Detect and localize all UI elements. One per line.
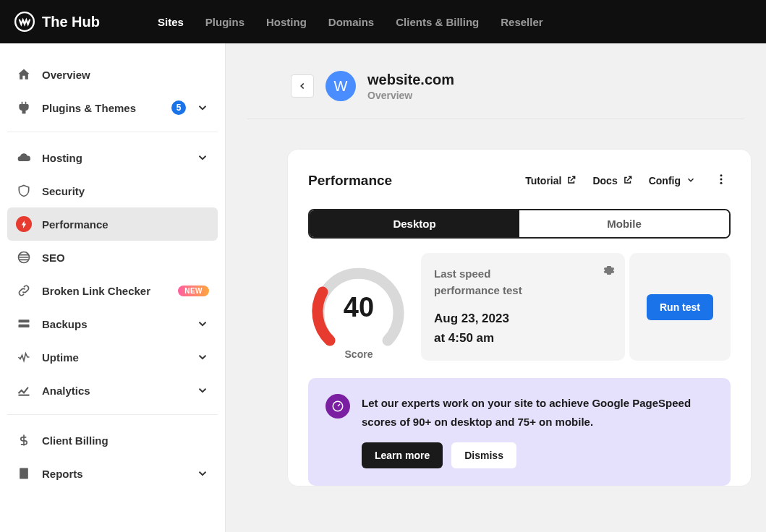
- brand-text: The Hub: [42, 14, 100, 30]
- svg-point-7: [720, 182, 723, 184]
- sidebar-item-security[interactable]: Security: [7, 174, 218, 207]
- topnav-clients-billing[interactable]: Clients & Billing: [396, 16, 479, 28]
- cloud-icon: [16, 150, 32, 166]
- sidebar-item-seo[interactable]: SEO: [7, 241, 218, 274]
- last-test-label: Last speed performance test: [434, 266, 550, 299]
- sidebar-label: Analytics: [42, 385, 186, 397]
- plugins-count-badge: 5: [171, 100, 186, 115]
- learn-more-button[interactable]: Learn more: [362, 442, 443, 468]
- dismiss-button[interactable]: Dismiss: [451, 442, 516, 468]
- sidebar-label: Performance: [42, 218, 209, 231]
- config-dropdown[interactable]: Config: [649, 175, 696, 187]
- docs-link[interactable]: Docs: [592, 175, 632, 187]
- topnav-domains[interactable]: Domains: [328, 16, 374, 28]
- chevron-down-icon: [196, 151, 209, 164]
- sidebar-label: Overview: [42, 69, 209, 81]
- svg-point-5: [720, 174, 723, 176]
- device-tabs: Desktop Mobile: [308, 209, 731, 239]
- promo-text: Let our experts work on your site to ach…: [362, 394, 713, 431]
- sidebar-label: Hosting: [42, 152, 186, 164]
- last-test-date-line1: Aug 23, 2023: [434, 309, 612, 328]
- topnav-hosting[interactable]: Hosting: [266, 16, 307, 28]
- external-link-icon: [566, 175, 576, 187]
- sidebar-label: Broken Link Checker: [42, 285, 168, 297]
- sidebar-item-backups[interactable]: Backups: [7, 307, 218, 340]
- performance-icon: [16, 216, 32, 232]
- sidebar-item-client-billing[interactable]: Client Billing: [7, 424, 218, 457]
- speedometer-icon: [325, 394, 350, 419]
- backups-icon: [16, 316, 32, 332]
- run-test-box: Run test: [629, 253, 731, 361]
- card-title: Performance: [308, 173, 392, 189]
- sidebar-label: Client Billing: [42, 434, 209, 447]
- chevron-down-icon: [686, 175, 696, 187]
- topnav-reseller[interactable]: Reseller: [501, 16, 542, 28]
- link-icon: [16, 283, 32, 299]
- sidebar: Overview Plugins & Themes 5 Hosting: [0, 43, 226, 532]
- analytics-icon: [16, 382, 32, 398]
- sidebar-item-performance[interactable]: Performance: [7, 207, 218, 241]
- tab-mobile[interactable]: Mobile: [519, 210, 729, 237]
- score-row: 40 Score Last speed performance test Aug…: [308, 253, 731, 361]
- topnav: Sites Plugins Hosting Domains Clients & …: [158, 16, 543, 28]
- sidebar-item-hosting[interactable]: Hosting: [7, 141, 218, 174]
- sidebar-label: Uptime: [42, 351, 186, 364]
- card-actions: Tutorial Docs Config: [525, 170, 731, 192]
- tab-desktop[interactable]: Desktop: [310, 210, 519, 237]
- docs-label: Docs: [592, 175, 617, 186]
- sidebar-item-analytics[interactable]: Analytics: [7, 374, 218, 407]
- sidebar-label: Backups: [42, 318, 186, 330]
- main-content: W website.com Overview Performance Tutor…: [226, 43, 766, 532]
- score-gauge: 40 Score: [308, 253, 417, 361]
- home-icon: [16, 66, 32, 82]
- site-header: W website.com Overview: [247, 65, 744, 119]
- sidebar-item-plugins-themes[interactable]: Plugins & Themes 5: [7, 91, 218, 124]
- topbar: The Hub Sites Plugins Hosting Domains Cl…: [0, 0, 766, 43]
- svg-point-0: [15, 12, 34, 31]
- last-test-date-line2: at 4:50 am: [434, 328, 612, 348]
- chevron-down-icon: [196, 317, 209, 330]
- sidebar-item-uptime[interactable]: Uptime: [7, 340, 218, 374]
- chevron-down-icon: [196, 351, 209, 364]
- external-link-icon: [623, 175, 633, 187]
- more-button[interactable]: [712, 170, 731, 192]
- site-title: website.com: [367, 72, 454, 88]
- sidebar-item-broken-link-checker[interactable]: Broken Link Checker NEW: [7, 274, 218, 307]
- svg-rect-2: [19, 319, 30, 322]
- sidebar-item-reports[interactable]: Reports: [7, 457, 218, 490]
- svg-point-6: [720, 179, 723, 181]
- card-header: Performance Tutorial Docs: [308, 170, 731, 192]
- svg-rect-4: [20, 468, 28, 479]
- brand-logo-icon: [14, 12, 35, 32]
- last-test-box: Last speed performance test Aug 23, 2023…: [421, 253, 625, 361]
- brand[interactable]: The Hub: [14, 12, 100, 32]
- sidebar-label: Reports: [42, 468, 186, 480]
- topnav-plugins[interactable]: Plugins: [205, 16, 244, 28]
- site-subtitle: Overview: [367, 90, 454, 101]
- chevron-down-icon: [196, 101, 209, 114]
- uptime-icon: [16, 349, 32, 365]
- chevron-down-icon: [196, 384, 209, 397]
- back-button[interactable]: [291, 74, 314, 98]
- svg-rect-3: [19, 325, 30, 327]
- config-label: Config: [649, 175, 681, 186]
- performance-card: Performance Tutorial Docs: [288, 150, 751, 486]
- shield-icon: [16, 183, 32, 199]
- sidebar-label: Plugins & Themes: [42, 102, 158, 114]
- seo-icon: [16, 249, 32, 265]
- sidebar-label: SEO: [42, 252, 209, 264]
- chevron-down-icon: [196, 467, 209, 480]
- last-test-date: Aug 23, 2023 at 4:50 am: [434, 309, 612, 348]
- gauge-value: 40: [308, 292, 409, 323]
- new-badge: NEW: [178, 286, 209, 296]
- site-avatar: W: [325, 71, 356, 101]
- plug-icon: [16, 100, 32, 116]
- topnav-sites[interactable]: Sites: [158, 16, 184, 28]
- dollar-icon: [16, 432, 32, 448]
- sidebar-item-overview[interactable]: Overview: [7, 58, 218, 91]
- gear-button[interactable]: [603, 265, 615, 279]
- promo-banner: Let our experts work on your site to ach…: [308, 378, 731, 486]
- tutorial-link[interactable]: Tutorial: [525, 175, 576, 187]
- run-test-button[interactable]: Run test: [647, 294, 713, 320]
- sidebar-label: Security: [42, 185, 209, 197]
